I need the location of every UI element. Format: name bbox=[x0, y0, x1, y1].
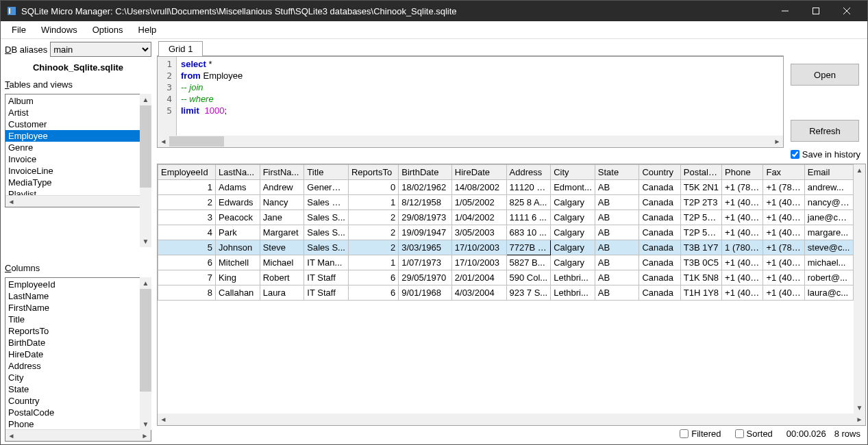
cell[interactable]: Canada bbox=[639, 270, 680, 285]
column-item-firstname[interactable]: FirstName bbox=[5, 302, 151, 314]
cell[interactable]: General... bbox=[304, 180, 349, 195]
table-item-employee[interactable]: Employee bbox=[5, 130, 151, 142]
scroll-left-icon[interactable]: ◄ bbox=[158, 136, 169, 147]
cell[interactable]: Calgary bbox=[551, 255, 595, 270]
table-item-invoiceline[interactable]: InvoiceLine bbox=[5, 165, 151, 177]
cell[interactable]: T2P 5G3 bbox=[680, 225, 721, 240]
cell[interactable]: 5827 B... bbox=[506, 255, 551, 270]
grid-vscroll[interactable]: ▲ ▼ bbox=[854, 164, 865, 414]
refresh-button[interactable]: Refresh bbox=[791, 120, 859, 142]
column-header[interactable]: State bbox=[595, 165, 639, 180]
cell[interactable]: Nancy bbox=[260, 195, 304, 210]
scroll-right-icon[interactable]: ► bbox=[854, 414, 865, 425]
scroll-up-icon[interactable]: ▲ bbox=[854, 164, 865, 176]
cell[interactable]: AB bbox=[595, 210, 639, 225]
cell[interactable]: Johnson bbox=[216, 240, 260, 255]
cell[interactable]: 1/05/2002 bbox=[451, 195, 506, 210]
cell[interactable]: +1 (403... bbox=[763, 255, 804, 270]
cell[interactable]: michael... bbox=[804, 255, 853, 270]
cell[interactable]: 11120 J... bbox=[506, 180, 551, 195]
column-item-address[interactable]: Address bbox=[5, 360, 151, 372]
menu-file[interactable]: File bbox=[5, 23, 33, 37]
cell[interactable]: 1 bbox=[348, 255, 398, 270]
cell[interactable]: 29/08/1973 bbox=[399, 210, 452, 225]
menu-help[interactable]: Help bbox=[132, 23, 164, 37]
cell[interactable]: 7 bbox=[158, 270, 216, 285]
tables-hscroll[interactable]: ◄ ► bbox=[5, 195, 151, 207]
cell[interactable]: +1 (403... bbox=[763, 225, 804, 240]
scroll-right-icon[interactable]: ► bbox=[771, 136, 783, 147]
cell[interactable]: 923 7 S... bbox=[506, 285, 551, 301]
cell[interactable]: AB bbox=[595, 180, 639, 195]
table-row[interactable]: 3PeacockJaneSales S...229/08/19731/04/20… bbox=[158, 210, 854, 225]
cell[interactable]: AB bbox=[595, 285, 639, 301]
cell[interactable]: Edwards bbox=[216, 195, 260, 210]
cell[interactable]: 3 bbox=[158, 210, 216, 225]
column-item-hiredate[interactable]: HireDate bbox=[5, 348, 151, 360]
cell[interactable]: AB bbox=[595, 225, 639, 240]
column-item-postalcode[interactable]: PostalCode bbox=[5, 407, 151, 418]
cell[interactable]: +1 (403... bbox=[722, 225, 763, 240]
cell[interactable]: Calgary bbox=[551, 240, 595, 255]
cell[interactable]: 19/09/1947 bbox=[399, 225, 452, 240]
column-header[interactable]: HireDate bbox=[451, 165, 506, 180]
cell[interactable]: +1 (780) ... bbox=[763, 240, 804, 255]
open-button[interactable]: Open bbox=[791, 64, 859, 86]
cell[interactable]: Park bbox=[216, 225, 260, 240]
cell[interactable]: 17/10/2003 bbox=[451, 255, 506, 270]
cell[interactable]: Calgary bbox=[551, 195, 595, 210]
close-button[interactable] bbox=[831, 1, 862, 21]
scroll-right-icon[interactable]: ► bbox=[139, 430, 151, 442]
sorted-checkbox[interactable]: Sorted bbox=[735, 429, 773, 439]
cell[interactable]: Margaret bbox=[260, 225, 304, 240]
cell[interactable]: +1 (403... bbox=[722, 195, 763, 210]
cell[interactable]: Calgary bbox=[551, 210, 595, 225]
table-row[interactable]: 7KingRobertIT Staff629/05/19702/01/20045… bbox=[158, 270, 854, 285]
filtered-input[interactable] bbox=[680, 429, 689, 438]
cell[interactable]: +1 (780... bbox=[722, 180, 763, 195]
cell[interactable]: Canada bbox=[639, 225, 680, 240]
cell[interactable]: Canada bbox=[639, 240, 680, 255]
filtered-checkbox[interactable]: Filtered bbox=[680, 429, 721, 439]
cell[interactable]: AB bbox=[595, 195, 639, 210]
column-item-reportsto[interactable]: ReportsTo bbox=[5, 325, 151, 337]
cell[interactable]: 1111 6 ... bbox=[506, 210, 551, 225]
cell[interactable]: robert@... bbox=[804, 270, 853, 285]
cell[interactable]: Canada bbox=[639, 210, 680, 225]
cell[interactable]: T5K 2N1 bbox=[680, 180, 721, 195]
cell[interactable]: AB bbox=[595, 255, 639, 270]
cell[interactable]: 2 bbox=[158, 195, 216, 210]
scroll-down-icon[interactable]: ▼ bbox=[140, 418, 151, 430]
cell[interactable]: 8 bbox=[158, 285, 216, 301]
cell[interactable]: Sales S... bbox=[304, 240, 349, 255]
column-header[interactable]: Fax bbox=[763, 165, 804, 180]
cell[interactable]: Adams bbox=[216, 180, 260, 195]
table-row[interactable]: 2EdwardsNancySales M...18/12/19581/05/20… bbox=[158, 195, 854, 210]
cell[interactable]: 2/01/2004 bbox=[451, 270, 506, 285]
cell[interactable]: 3/05/2003 bbox=[451, 225, 506, 240]
menu-windows[interactable]: Windows bbox=[34, 23, 84, 37]
cell[interactable]: T1H 1Y8 bbox=[680, 285, 721, 301]
cell[interactable]: 2 bbox=[348, 240, 398, 255]
cell[interactable]: Canada bbox=[639, 180, 680, 195]
cell[interactable]: 6 bbox=[348, 270, 398, 285]
table-item-invoice[interactable]: Invoice bbox=[5, 153, 151, 165]
scroll-up-icon[interactable]: ▲ bbox=[140, 94, 151, 105]
cell[interactable]: Andrew bbox=[260, 180, 304, 195]
menu-options[interactable]: Options bbox=[86, 23, 130, 37]
cell[interactable]: 14/08/2002 bbox=[451, 180, 506, 195]
cell[interactable]: andrew... bbox=[804, 180, 853, 195]
tables-vscroll[interactable]: ▲ ▼ bbox=[140, 94, 151, 247]
column-header[interactable]: BirthDate bbox=[399, 165, 452, 180]
column-header[interactable]: Address bbox=[506, 165, 551, 180]
cell[interactable]: +1 (403... bbox=[763, 195, 804, 210]
columns-listbox[interactable]: EmployeeIdLastNameFirstNameTitleReportsT… bbox=[5, 277, 151, 442]
cell[interactable]: 7727B 4... bbox=[506, 240, 551, 255]
save-history-input[interactable] bbox=[791, 150, 799, 159]
table-item-genre[interactable]: Genre bbox=[5, 142, 151, 153]
column-item-state[interactable]: State bbox=[5, 383, 151, 395]
column-header[interactable]: Email bbox=[804, 165, 853, 180]
cell[interactable]: +1 (403... bbox=[722, 270, 763, 285]
cell[interactable]: 9/01/1968 bbox=[399, 285, 452, 301]
table-item-artist[interactable]: Artist bbox=[5, 107, 151, 118]
